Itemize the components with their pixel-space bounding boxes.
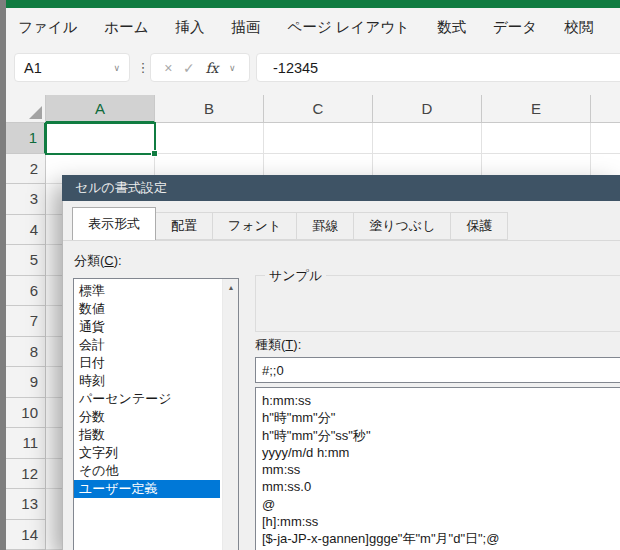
row-header-11[interactable]: 11 xyxy=(6,428,46,459)
ribbon-tab-formulas[interactable]: 数式 xyxy=(437,18,466,37)
type-list-item[interactable]: @ xyxy=(256,496,620,513)
dialog-tab-strip: 表示形式 配置 フォント 罫線 塗りつぶし 保護 xyxy=(72,207,508,240)
tab-number-format[interactable]: 表示形式 xyxy=(72,207,156,240)
tab-fill[interactable]: 塗りつぶし xyxy=(354,212,451,240)
category-item[interactable]: 会計 xyxy=(74,336,220,354)
category-label: 分類(C): xyxy=(74,252,122,270)
ribbon-tab-bar: ファイル ホーム 挿入 描画 ページ レイアウト 数式 データ 校閲 表示 自動… xyxy=(6,8,620,46)
col-header-b[interactable]: B xyxy=(155,95,264,123)
excel-titlebar xyxy=(6,0,620,8)
category-item[interactable]: パーセンテージ xyxy=(74,390,220,408)
type-list-item[interactable]: h"時"mm"分" xyxy=(256,409,620,426)
category-item[interactable]: 数値 xyxy=(74,300,220,318)
insert-function-icon[interactable]: fx xyxy=(205,60,218,76)
row-headers: 1 2 3 4 5 6 7 8 9 10 11 12 13 14 xyxy=(6,123,46,550)
cancel-icon[interactable]: × xyxy=(164,60,172,76)
type-list-item[interactable]: [h]:mm:ss xyxy=(256,513,620,530)
type-list-item[interactable]: h"時"mm"分"ss"秒" xyxy=(256,427,620,444)
type-list-item[interactable]: mm:ss.0 xyxy=(256,478,620,495)
dialog-titlebar[interactable]: セルの書式設定 xyxy=(62,175,620,201)
enter-icon[interactable]: ✓ xyxy=(183,60,195,76)
chevron-down-icon[interactable]: ∨ xyxy=(113,63,120,73)
type-input-value: #;;0 xyxy=(262,363,284,378)
row-header-7[interactable]: 7 xyxy=(6,306,46,337)
col-header-c[interactable]: C xyxy=(264,95,373,123)
category-item[interactable]: 分数 xyxy=(74,408,220,426)
name-box-value: A1 xyxy=(24,60,42,76)
category-item[interactable]: 時刻 xyxy=(74,372,220,390)
ribbon-tab-page-layout[interactable]: ページ レイアウト xyxy=(288,18,410,37)
ribbon-tab-data[interactable]: データ xyxy=(493,18,537,37)
column-headers: A B C D E F xyxy=(46,95,620,123)
tab-font[interactable]: フォント xyxy=(213,212,297,240)
tab-border[interactable]: 罫線 xyxy=(297,212,354,240)
format-cells-dialog: セルの書式設定 表示形式 配置 フォント 罫線 塗りつぶし 保護 分類(C): … xyxy=(62,175,620,550)
fill-handle[interactable] xyxy=(151,150,158,157)
row-header-5[interactable]: 5 xyxy=(6,245,46,276)
col-header-d[interactable]: D xyxy=(373,95,482,123)
row-header-3[interactable]: 3 xyxy=(6,184,46,215)
sample-groupbox: サンプル xyxy=(255,275,620,332)
row-header-12[interactable]: 12 xyxy=(6,459,46,490)
col-header-f[interactable]: F xyxy=(591,95,620,123)
type-label: 種類(T): xyxy=(255,336,301,354)
col-header-e[interactable]: E xyxy=(482,95,591,123)
formula-input[interactable]: -12345 xyxy=(256,53,620,82)
type-list-item[interactable]: h:mm:ss xyxy=(256,392,620,409)
row-header-13[interactable]: 13 xyxy=(6,489,46,520)
sample-label: サンプル xyxy=(265,267,326,285)
row-header-4[interactable]: 4 xyxy=(6,215,46,246)
row-header-1[interactable]: 1 xyxy=(6,123,46,154)
tab-alignment[interactable]: 配置 xyxy=(156,212,213,240)
type-listbox[interactable]: h:mm:ss h"時"mm"分" h"時"mm"分"ss"秒" yyyy/m/… xyxy=(255,387,620,550)
category-item[interactable]: 日付 xyxy=(74,354,220,372)
row-header-14[interactable]: 14 xyxy=(6,520,46,550)
tab-divider xyxy=(63,240,620,241)
ribbon-tab-review[interactable]: 校閲 xyxy=(564,18,593,37)
ribbon-tab-file[interactable]: ファイル xyxy=(18,18,77,37)
ribbon-tab-insert[interactable]: 挿入 xyxy=(176,18,205,37)
formula-controls: × ✓ fx ∨ xyxy=(150,53,250,82)
row-header-2[interactable]: 2 xyxy=(6,154,46,185)
chevron-down-icon[interactable]: ∨ xyxy=(229,63,236,73)
ribbon-tab-draw[interactable]: 描画 xyxy=(232,18,261,37)
formula-value: -12345 xyxy=(273,60,318,76)
row-header-9[interactable]: 9 xyxy=(6,367,46,398)
row-header-6[interactable]: 6 xyxy=(6,276,46,307)
type-list-item[interactable]: mm:ss xyxy=(256,461,620,478)
category-item[interactable]: 文字列 xyxy=(74,444,220,462)
category-item[interactable]: 通貨 xyxy=(74,318,220,336)
tab-protection[interactable]: 保護 xyxy=(451,212,508,240)
row-header-10[interactable]: 10 xyxy=(6,398,46,429)
dialog-title: セルの書式設定 xyxy=(75,179,167,197)
scrollbar[interactable]: ▲ xyxy=(222,279,238,550)
formula-bar-row: A1 ∨ ⋮ × ✓ fx ∨ -12345 xyxy=(6,46,620,95)
select-all-button[interactable] xyxy=(6,95,46,123)
active-cell-a1[interactable] xyxy=(45,122,156,155)
scroll-up-icon[interactable]: ▲ xyxy=(223,279,239,295)
category-item[interactable]: 標準 xyxy=(74,282,220,300)
category-listbox[interactable]: 標準 数値 通貨 会計 日付 時刻 パーセンテージ 分数 指数 文字列 その他 … xyxy=(73,278,239,550)
row-header-8[interactable]: 8 xyxy=(6,337,46,368)
type-list-item[interactable]: [$-ja-JP-x-gannen]ggge"年"m"月"d"日";@ xyxy=(256,530,620,547)
category-item[interactable]: その他 xyxy=(74,462,220,480)
category-item-selected[interactable]: ユーザー定義 xyxy=(74,480,220,498)
type-list-item[interactable]: yyyy/m/d h:mm xyxy=(256,444,620,461)
ribbon-tab-home[interactable]: ホーム xyxy=(104,18,148,37)
col-header-a[interactable]: A xyxy=(46,95,155,123)
type-input[interactable]: #;;0 xyxy=(255,357,620,383)
select-all-triangle-icon xyxy=(29,106,42,119)
category-item[interactable]: 指数 xyxy=(74,426,220,444)
excel-window: ファイル ホーム 挿入 描画 ページ レイアウト 数式 データ 校閲 表示 自動… xyxy=(0,0,620,550)
name-box[interactable]: A1 ∨ xyxy=(14,53,130,82)
dialog-body: 表示形式 配置 フォント 罫線 塗りつぶし 保護 分類(C): 標準 数値 通貨… xyxy=(62,201,620,550)
grip-dots-icon[interactable]: ⋮ xyxy=(136,53,150,82)
